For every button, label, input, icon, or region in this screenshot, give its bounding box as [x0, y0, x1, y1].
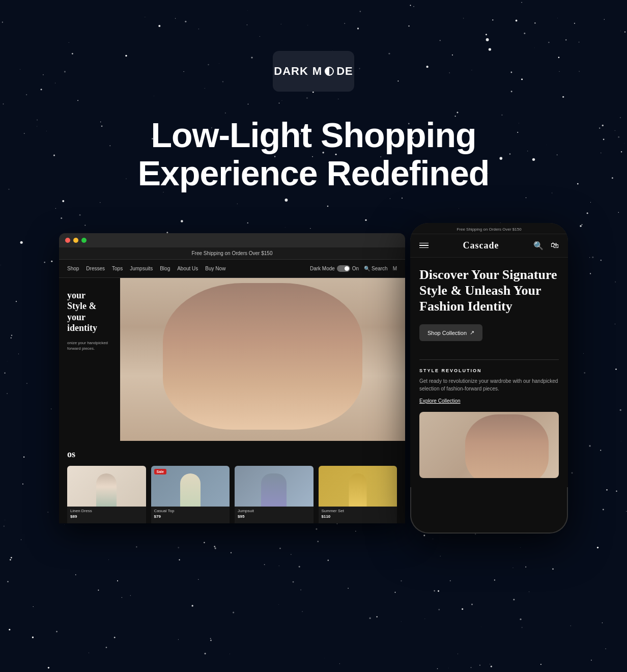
- product-card-1[interactable]: Linen Dress $89: [67, 466, 146, 523]
- product-card-2[interactable]: Sale Casual Top $79: [151, 466, 230, 523]
- mobile-search-icon[interactable]: 🔍: [533, 241, 544, 250]
- badge-line1: DARK: [274, 65, 308, 77]
- nav-item-shop[interactable]: Shop: [67, 266, 79, 271]
- product-figure-3: [261, 473, 287, 507]
- mobile-product-image: [419, 412, 559, 478]
- mobile-status-bar: Free Shipping on Orders Over $150: [410, 223, 568, 234]
- mobile-explore-link[interactable]: Explore Collection: [419, 398, 461, 404]
- mobile-shop-button[interactable]: Shop Collection ↗: [419, 324, 482, 341]
- mobile-section-label: STYLE REVOLUTION: [419, 368, 559, 373]
- menu-line-1: [419, 243, 429, 244]
- dot-green: [81, 238, 87, 243]
- product-price-2: $79: [151, 514, 230, 519]
- product-price-4: $110: [319, 514, 397, 519]
- desktop-nav: Shop Dresses Tops Jumpsuits Blog About U…: [59, 260, 405, 278]
- product-figure-1: [96, 473, 117, 507]
- nav-item-blog[interactable]: Blog: [160, 266, 170, 271]
- mobile-section-text: Get ready to revolutionize your wardrobe…: [419, 377, 559, 393]
- toggle-pill[interactable]: [337, 265, 350, 272]
- model-face: [120, 278, 405, 441]
- mobile-shop-label: Shop Collection: [428, 330, 467, 336]
- badge-line2-m: M: [312, 65, 322, 77]
- hero-section: DARK MDE Low-Light Shopping Experience R…: [0, 0, 627, 539]
- mobile-bag-icon[interactable]: 🛍: [551, 241, 559, 250]
- product-name-4: Summer Set: [319, 507, 397, 514]
- mobile-divider: [419, 359, 559, 360]
- toggle-knob: [345, 266, 349, 271]
- product-price-1: $89: [67, 514, 146, 519]
- menu-line-2: [419, 245, 429, 246]
- mobile-nav-icons: 🔍 🛍: [533, 241, 559, 250]
- desktop-mockup: Free Shipping on Orders Over $150 Shop D…: [59, 233, 405, 523]
- mobile-nav: Cascade 🔍 🛍: [410, 234, 568, 258]
- badge-text: DARK MDE: [274, 65, 353, 77]
- desktop-hero-image: [120, 278, 405, 441]
- product-name-2: Casual Top: [151, 507, 230, 514]
- mobile-logo: Cascade: [463, 240, 499, 251]
- mockups-container: Free Shipping on Orders Over $150 Shop D…: [59, 223, 568, 539]
- desktop-products-title: os: [67, 449, 397, 460]
- nav-item-buynow[interactable]: Buy Now: [205, 266, 225, 271]
- menu-line-3: [419, 247, 429, 248]
- mobile-hero-title: Discover Your Signature Style & Unleash …: [419, 267, 559, 315]
- nav-item-dresses[interactable]: Dresses: [86, 266, 105, 271]
- desktop-announcement: Free Shipping on Orders Over $150: [59, 247, 405, 260]
- desktop-hero-body: onize your handpicked forward pieces.: [67, 340, 112, 351]
- nav-item-about[interactable]: About Us: [177, 266, 198, 271]
- badge-line2-de: DE: [336, 65, 353, 77]
- mobile-mockup: Free Shipping on Orders Over $150 Cascad…: [410, 223, 568, 534]
- dot-red: [65, 238, 70, 243]
- badge-mode-o: [325, 67, 334, 76]
- product-image-3: [235, 466, 314, 507]
- dot-yellow: [73, 238, 78, 243]
- desktop-hero-content: yourStyle &youridentity onize your handp…: [59, 278, 405, 441]
- nav-more[interactable]: M: [393, 266, 397, 271]
- dark-mode-badge: DARK MDE: [273, 51, 354, 92]
- product-card-4[interactable]: Summer Set $110: [319, 466, 397, 523]
- dark-mode-toggle[interactable]: Dark Mode On: [310, 265, 359, 272]
- desktop-products: os Linen Dress $89 Sale Ca: [59, 441, 405, 523]
- sale-badge: Sale: [154, 469, 166, 474]
- mobile-arrow-icon: ↗: [470, 329, 474, 336]
- product-price-3: $95: [235, 514, 314, 519]
- product-name-1: Linen Dress: [67, 507, 146, 514]
- dark-mode-label: Dark Mode: [310, 266, 335, 271]
- products-grid: Linen Dress $89 Sale Casual Top $79: [67, 466, 397, 523]
- product-image-2: Sale: [151, 466, 230, 507]
- dark-mode-state: On: [352, 266, 359, 271]
- desktop-hero-headline: yourStyle &youridentity: [67, 290, 112, 334]
- product-name-3: Jumpsuit: [235, 507, 314, 514]
- product-card-3[interactable]: Jumpsuit $95: [235, 466, 314, 523]
- product-figure-4: [349, 473, 366, 507]
- nav-item-tops[interactable]: Tops: [112, 266, 123, 271]
- desktop-topbar: [59, 233, 405, 247]
- nav-search[interactable]: 🔍 Search: [364, 266, 387, 271]
- mobile-content: Discover Your Signature Style & Unleash …: [410, 258, 568, 488]
- mobile-menu-icon[interactable]: [419, 243, 429, 248]
- product-image-4: [319, 466, 397, 507]
- hero-title: Low-Light Shopping Experience Redefined: [135, 116, 492, 192]
- desktop-hero-text: yourStyle &youridentity onize your handp…: [59, 278, 120, 441]
- desktop-nav-right: Dark Mode On 🔍 Search M: [310, 265, 397, 272]
- product-image-1: [67, 466, 146, 507]
- nav-item-jumpsuits[interactable]: Jumpsuits: [130, 266, 153, 271]
- product-figure-2: [180, 473, 201, 507]
